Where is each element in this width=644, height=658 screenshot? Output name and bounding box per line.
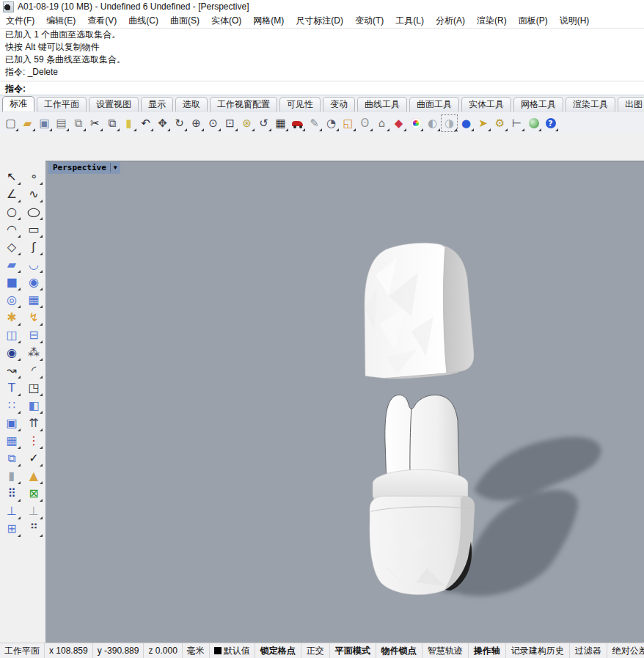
toolbar-button-lock[interactable]: ⌂ bbox=[373, 114, 390, 132]
menu-1[interactable]: 文件(F) bbox=[0, 13, 40, 29]
menu-9[interactable]: 变动(T) bbox=[349, 13, 389, 29]
tool-move[interactable]: ◳ bbox=[24, 379, 43, 397]
tool-cylinder[interactable]: ▮ bbox=[2, 467, 21, 485]
toolbar-button-save[interactable]: ▣ bbox=[36, 114, 53, 132]
tool-extend-curve[interactable]: ↝ bbox=[2, 362, 21, 379]
menu-11[interactable]: 分析(A) bbox=[430, 13, 471, 29]
toolbar-button-copy[interactable]: ⧉ bbox=[103, 114, 120, 132]
toolbar-button-wireframe-viewport[interactable]: ◐ bbox=[424, 114, 441, 132]
menu-12[interactable]: 渲染(R) bbox=[471, 13, 513, 29]
tool-array-grid[interactable]: ▦ bbox=[2, 432, 21, 450]
status-layer[interactable]: 默认值 bbox=[210, 643, 255, 658]
status-toggle-2[interactable]: 正交 bbox=[301, 643, 330, 658]
tab-9[interactable]: 曲线工具 bbox=[357, 97, 407, 112]
tool-split-base[interactable]: ⊥ bbox=[24, 502, 43, 520]
toolbar-button-open-file[interactable]: ▰ bbox=[19, 114, 36, 132]
toolbar-button-zoom-dynamic[interactable]: ⊙ bbox=[205, 114, 222, 132]
viewport-3d-canvas[interactable] bbox=[45, 161, 644, 643]
tool-array-linear[interactable]: ⋮ bbox=[24, 432, 43, 450]
viewport-title[interactable]: Perspective ▼ bbox=[48, 162, 120, 174]
menu-6[interactable]: 实体(O) bbox=[205, 13, 247, 29]
toolbar-button-viewport-layout[interactable]: ▦ bbox=[272, 114, 289, 132]
toolbar-button-cut[interactable]: ✂ bbox=[87, 114, 103, 132]
toolbar-button-zoom-window[interactable]: ⊡ bbox=[222, 114, 238, 132]
status-toggle-7[interactable]: 记录建构历史 bbox=[506, 643, 570, 658]
toolbar-button-selection-filter[interactable]: ➤ bbox=[475, 114, 491, 132]
tool-check[interactable]: ✓ bbox=[24, 450, 43, 467]
tool-layout-table[interactable]: ⊞ bbox=[2, 520, 21, 538]
tab-2[interactable]: 工作平面 bbox=[37, 97, 87, 112]
command-prompt-input[interactable]: 指令: bbox=[0, 81, 644, 96]
tool-point-cloud[interactable]: ⁂ bbox=[24, 344, 43, 362]
toolbar-button-shaded-viewport[interactable]: ◆ bbox=[390, 114, 407, 132]
status-toggle-1[interactable]: 锁定格点 bbox=[255, 643, 301, 658]
tab-10[interactable]: 曲面工具 bbox=[409, 97, 459, 112]
tool-chain-list[interactable]: ⠛ bbox=[24, 520, 43, 538]
tool-fillet-curve[interactable]: ◜ bbox=[24, 362, 43, 379]
tab-14[interactable]: 出图 bbox=[618, 97, 644, 112]
toolbar-button-rendered-viewport[interactable] bbox=[407, 114, 424, 132]
toolbar-button-options[interactable]: ⚙ bbox=[491, 114, 508, 132]
menu-4[interactable]: 曲线(C) bbox=[122, 13, 164, 29]
tab-12[interactable]: 网格工具 bbox=[513, 97, 563, 112]
tool-rectangle[interactable]: ▭ bbox=[24, 221, 43, 238]
toolbar-button-undo[interactable]: ↶ bbox=[137, 114, 154, 132]
toolbar-button-paste[interactable]: ▮ bbox=[120, 114, 137, 132]
toolbar-button-zoom-extents[interactable]: ⊕ bbox=[188, 114, 205, 132]
tool-torus[interactable]: ◎ bbox=[2, 291, 21, 309]
menu-2[interactable]: 编辑(E) bbox=[40, 13, 81, 29]
tool-select[interactable]: ↖ bbox=[2, 168, 21, 186]
status-toggle-6[interactable]: 操作轴 bbox=[469, 643, 506, 658]
toolbar-button-history-tree[interactable]: ⊢ bbox=[508, 114, 525, 132]
status-toggle-9[interactable]: 绝对公差 bbox=[607, 643, 644, 658]
tool-polygon[interactable]: ◇ bbox=[2, 238, 21, 256]
viewport-title-dropdown-icon[interactable]: ▼ bbox=[111, 164, 117, 171]
tool-mirror[interactable]: ◧ bbox=[24, 397, 43, 414]
tool-orient[interactable]: ▲ bbox=[24, 467, 43, 485]
status-toggle-4[interactable]: 物件锁点 bbox=[376, 643, 422, 658]
tab-1[interactable]: 标准 bbox=[2, 96, 34, 112]
tool-boolean-union[interactable]: ✱ bbox=[2, 309, 21, 326]
toolbar-button-zoom-selected[interactable]: ⊛ bbox=[238, 114, 255, 132]
tab-11[interactable]: 实体工具 bbox=[461, 97, 511, 112]
tool-blend-curve[interactable]: ʃ bbox=[24, 238, 43, 256]
toolbar-button-help[interactable]: ? bbox=[542, 114, 559, 132]
tool-surface-edit[interactable]: ▦ bbox=[24, 291, 43, 309]
tool-chain-points[interactable]: ⠿ bbox=[2, 485, 21, 502]
toolbar-button-earth[interactable] bbox=[525, 114, 542, 132]
tool-polyline[interactable]: ∠ bbox=[2, 186, 21, 203]
tab-5[interactable]: 选取 bbox=[175, 97, 208, 112]
toolbar-button-move-small-objects[interactable]: ◱ bbox=[340, 114, 356, 132]
menu-8[interactable]: 尺寸标注(D) bbox=[290, 13, 349, 29]
tab-13[interactable]: 渲染工具 bbox=[566, 97, 615, 112]
status-toggle-5[interactable]: 智慧轨迹 bbox=[422, 643, 469, 658]
tab-6[interactable]: 工作视窗配置 bbox=[210, 97, 277, 112]
toolbar-button-print[interactable]: ▤ bbox=[53, 114, 70, 132]
tool-curve-boolean[interactable]: ◉ bbox=[2, 344, 21, 362]
tool-circle[interactable]: ○ bbox=[2, 203, 21, 221]
tool-solid-edit[interactable]: ▣ bbox=[2, 414, 21, 432]
tool-curved-surface[interactable]: ◡ bbox=[24, 256, 43, 274]
toolbar-button-lamp[interactable]: ʘ bbox=[356, 114, 373, 132]
tool-spheres[interactable]: ◉ bbox=[24, 274, 43, 291]
tool-split[interactable]: ⊟ bbox=[24, 326, 43, 344]
tool-extrude[interactable]: ⇈ bbox=[24, 414, 43, 432]
menu-5[interactable]: 曲面(S) bbox=[164, 13, 205, 29]
menu-3[interactable]: 查看(V) bbox=[81, 13, 122, 29]
menu-13[interactable]: 面板(P) bbox=[513, 13, 554, 29]
toolbar-button-ghosted-viewport[interactable]: ◑ bbox=[441, 114, 458, 132]
tool-box[interactable]: ■ bbox=[2, 274, 21, 291]
viewport-perspective[interactable]: Perspective ▼ bbox=[45, 161, 644, 643]
tab-4[interactable]: 显示 bbox=[141, 97, 173, 112]
toolbar-button-copy-to-clipboard[interactable]: ⧉ bbox=[70, 114, 87, 132]
tab-7[interactable]: 可见性 bbox=[279, 97, 321, 112]
toolbar-button-rotate-view[interactable]: ↻ bbox=[171, 114, 188, 132]
tab-8[interactable]: 变动 bbox=[323, 97, 355, 112]
toolbar-button-plan-drawing[interactable]: ✎ bbox=[306, 114, 323, 132]
toolbar-button-new-file[interactable]: ▢ bbox=[2, 114, 19, 132]
tool-explode[interactable]: ↯ bbox=[24, 309, 43, 326]
status-toggle-3[interactable]: 平面模式 bbox=[330, 643, 376, 658]
tool-point[interactable]: ∘ bbox=[24, 168, 43, 186]
menu-7[interactable]: 网格(M) bbox=[247, 13, 290, 29]
tool-wire-box[interactable]: ⊠ bbox=[24, 485, 43, 502]
